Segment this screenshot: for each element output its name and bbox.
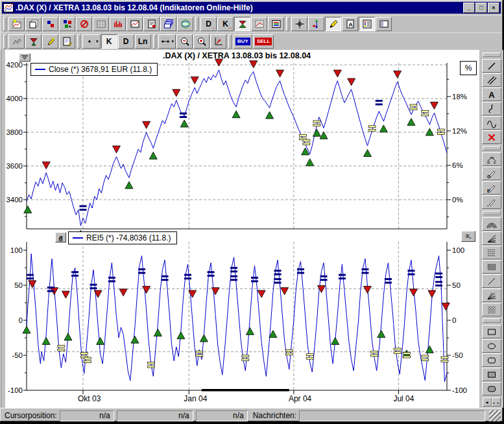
delete-drawing-tool[interactable] [482,130,501,144]
rectangle-tool[interactable] [482,325,501,338]
update-data-button[interactable] [177,17,193,31]
hatch-pattern-tool[interactable] [482,303,501,316]
fib-fan-tool[interactable] [482,231,501,245]
report-button[interactable] [143,17,160,31]
resize-grip[interactable] [489,410,501,421]
svg-text:Jan 04: Jan 04 [184,394,207,403]
crosshair-button[interactable] [291,17,307,31]
line-tool[interactable] [482,59,501,73]
draw-mode-button[interactable] [325,17,341,31]
delete-object-button[interactable] [76,17,92,31]
drawing-toolbar: ARKGE-◂⌄⌄ [479,50,503,408]
cursor-field-3: n/a [196,410,248,421]
pen-g-tool[interactable]: G [482,167,501,180]
chart-plot[interactable]: Okt 03Jan 04Apr 04Jul 044200400038003600… [6,50,479,408]
zoom-in-button[interactable] [193,34,210,49]
toolbar-handle[interactable] [483,53,501,57]
svg-text:4200: 4200 [6,61,23,69]
buy-button[interactable]: BUY [234,34,252,49]
freehand-tool[interactable] [482,102,501,115]
sell-button[interactable]: SELL [253,34,274,49]
rounded-rect-tool[interactable] [482,353,501,367]
properties-button[interactable] [59,34,75,49]
fib-arcs-tool[interactable] [482,217,501,231]
time-zones-tool[interactable] [482,260,501,274]
toolbar-handle[interactable] [228,34,232,49]
svg-text:Jul 04: Jul 04 [393,394,414,403]
horizontal-range-button[interactable]: ▾ [158,34,176,49]
cursor-field-1: n/a [60,410,114,421]
histogram-button[interactable] [110,17,126,31]
maximize-button[interactable]: □ [475,3,487,13]
toolbar-handle[interactable] [77,34,80,49]
toolbar-handle[interactable] [286,17,289,31]
line-chart-button[interactable] [126,17,143,31]
signals-overlay-button[interactable] [234,17,250,31]
toolbar-handle[interactable] [153,34,156,49]
table-view-button[interactable] [93,17,109,31]
fib-retracement-tool[interactable] [482,246,501,259]
trend-line-tool[interactable] [482,274,501,288]
ellipse-tool[interactable] [482,339,501,353]
rk-lines-tool[interactable]: RK [482,152,501,166]
grid-chart-button[interactable] [251,17,267,31]
legend-line-sample [73,237,83,239]
toolbar-handle[interactable] [483,211,501,215]
window-list-button[interactable] [160,17,176,31]
weekly-period-button[interactable]: K→ [217,17,234,31]
chart-area[interactable]: Okt 03Jan 04Apr 04Jul 044200400038003600… [6,50,479,408]
toolbar-handle[interactable] [3,17,6,31]
text-note-button[interactable]: A [342,17,358,31]
left-splitter[interactable] [1,50,6,408]
speed-lines-tool[interactable] [482,289,501,302]
indicator-legend[interactable]: REI5 (*) -74,8036 (11.8.) [68,231,177,244]
svg-text:-50: -50 [452,351,463,359]
toolbar-handle[interactable] [3,34,6,49]
zigzag-button[interactable] [8,34,25,49]
scale-mode-button[interactable]: =. [461,231,475,242]
log-scale-button[interactable]: Ln [135,34,151,49]
filled-rect-tool[interactable] [482,368,501,381]
daily-style-button[interactable]: D [118,34,134,49]
buy-sell-signals-button[interactable] [25,34,42,49]
close-button[interactable]: × [488,3,499,13]
new-chart-button[interactable] [8,17,25,31]
portfolio-button[interactable] [59,17,75,31]
legend-toggle-button[interactable] [359,17,375,31]
window-title: .DAX (X) / XETRA 13.08.03 bis 12.08.04 (… [16,3,462,12]
daily-period-button[interactable]: D→ [200,17,217,31]
zoom-out-button[interactable] [176,34,193,49]
more-tools-button[interactable]: ⌄⌄ [492,397,501,406]
copy-chart-button[interactable] [25,17,42,31]
toolbar-main: D→K→A [1,15,502,32]
filled-rounded-rect-tool[interactable] [482,382,501,395]
new-drawing-button[interactable] [42,34,58,49]
pen-e-tool[interactable]: E [482,181,501,194]
collapse-panel-button[interactable] [19,53,30,62]
indicator-a-button[interactable]: a [55,232,66,242]
quote-list-button[interactable] [42,17,58,31]
cursor-position-label: Cursorposition: [2,411,57,420]
line-width-button[interactable]: ▾ [82,34,101,49]
application-window: .DAX (X) / XETRA 13.08.03 bis 12.08.04 (… [0,0,503,421]
toolbar-handle[interactable] [483,146,501,150]
candle-style-button[interactable]: K [101,34,117,49]
svg-text:3600: 3600 [6,162,23,170]
wave-tool[interactable] [482,116,501,130]
toolbar-handle[interactable] [483,318,501,323]
minimize-button[interactable]: _ [463,3,475,13]
scroll-left-button[interactable]: ◂ [483,397,492,406]
move-axes-button[interactable] [308,17,324,31]
toolbar-chart: ▾KDLn▾BUYSELL [1,32,502,50]
layout-button[interactable] [376,17,392,31]
pen-minus-tool[interactable]: - [482,195,501,209]
parallel-lines-tool[interactable] [482,73,501,87]
price-legend[interactable]: Close (*) 3678,91 EUR (11.8.) [30,63,158,76]
indicator-legend-text: REI5 (*) -74,8036 (11.8.) [86,233,171,242]
text-tool[interactable]: A [482,88,501,101]
axis-shift-button[interactable] [210,34,226,49]
title-bar[interactable]: .DAX (X) / XETRA 13.08.03 bis 12.08.04 (… [2,2,501,14]
toolbar-handle[interactable] [195,17,198,31]
indicator-panel-button[interactable] [268,17,284,31]
svg-text:R: R [487,161,490,165]
